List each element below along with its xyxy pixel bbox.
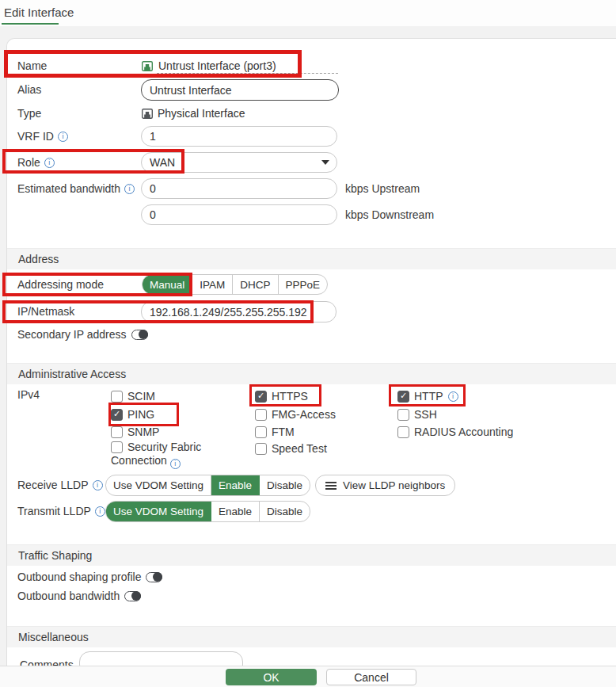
scim-label: SCIM (127, 390, 155, 403)
ip-netmask-input[interactable]: 192.168.1.249/255.255.255.192 (141, 301, 337, 323)
downstream-bandwidth-input[interactable]: 0 (141, 204, 337, 225)
checkbox-row-radius-accounting[interactable]: RADIUS Accounting (397, 426, 513, 438)
interface-icon-green (142, 60, 153, 74)
http-info-icon[interactable] (448, 391, 458, 402)
ok-button[interactable]: OK (226, 669, 317, 685)
comments-row-clipped: Comments (7, 651, 616, 666)
outbound-shaping-profile-toggle[interactable] (146, 572, 162, 582)
outbound-bandwidth-toggle[interactable] (124, 591, 141, 601)
ping-checkbox[interactable] (111, 409, 123, 421)
interface-icon-gray (142, 108, 153, 122)
ftm-checkbox[interactable] (255, 426, 267, 438)
cancel-button[interactable]: Cancel (326, 669, 416, 685)
transmit-lldp-vdom-button[interactable]: Use VDOM Setting (106, 502, 211, 521)
radius-accounting-checkbox[interactable] (397, 426, 409, 438)
addressing-mode-dhcp-button[interactable]: DHCP (233, 275, 278, 294)
security-fabric-info-icon[interactable] (170, 459, 181, 469)
vrf-id-input[interactable]: 1 (141, 126, 337, 147)
top-bar (0, 0, 616, 26)
transmit-lldp-disable-button[interactable]: Disable (260, 502, 310, 521)
checkbox-row-security-fabric[interactable]: Security Fabric Connection (111, 441, 219, 469)
secondary-ip-label: Secondary IP address (17, 328, 127, 341)
https-checkbox[interactable] (255, 391, 267, 403)
alias-input[interactable]: Untrust Interface (141, 79, 339, 101)
miscellaneous-header-text: Miscellaneous (18, 631, 89, 643)
outbound-bandwidth-row: Outbound bandwidth (17, 590, 141, 602)
addressing-mode-manual-button[interactable]: Manual (143, 275, 192, 294)
receive-lldp-info-icon[interactable] (93, 480, 103, 490)
addressing-mode-label: Addressing mode (17, 277, 104, 292)
receive-lldp-disable-button[interactable]: Disable (260, 475, 310, 495)
type-label: Type (17, 106, 41, 120)
ip-netmask-value: 192.168.1.249/255.255.255.192 (150, 306, 307, 319)
comments-input[interactable] (79, 651, 243, 666)
upstream-bandwidth-input[interactable]: 0 (141, 178, 337, 199)
radius-accounting-label: RADIUS Accounting (414, 426, 513, 438)
receive-lldp-vdom-button[interactable]: Use VDOM Setting (106, 475, 211, 495)
chevron-down-icon[interactable] (321, 160, 329, 165)
checkbox-row-http[interactable]: HTTP (397, 390, 458, 403)
role-info-icon[interactable] (44, 158, 55, 168)
transmit-lldp-info-icon[interactable] (95, 506, 105, 517)
vrf-id-label: VRF ID (17, 129, 68, 143)
transmit-lldp-label: Transmit LLDP (17, 504, 105, 518)
transmit-lldp-enable-button[interactable]: Enable (211, 502, 260, 521)
fmg-access-checkbox[interactable] (255, 409, 267, 421)
receive-lldp-enable-button[interactable]: Enable (211, 475, 260, 495)
admin-access-header-text: Administrative Access (18, 368, 126, 380)
role-label-text: Role (17, 155, 40, 170)
checkbox-row-snmp[interactable]: SNMP (111, 426, 159, 438)
checkbox-row-ssh[interactable]: SSH (397, 408, 437, 421)
name-label: Name (17, 59, 47, 73)
list-icon (325, 482, 337, 483)
receive-lldp-label-text: Receive LLDP (17, 478, 89, 492)
transmit-lldp-segmented-control: Use VDOM Setting Enable Disable (105, 501, 310, 522)
transmit-lldp-label-text: Transmit LLDP (17, 504, 91, 518)
security-fabric-checkbox[interactable] (111, 441, 123, 453)
ftm-label: FTM (272, 426, 295, 438)
type-value: Physical Interface (158, 107, 245, 120)
miscellaneous-section-header: Miscellaneous (7, 626, 616, 647)
scim-checkbox[interactable] (111, 391, 123, 403)
receive-lldp-segmented-control: Use VDOM Setting Enable Disable (105, 475, 310, 496)
outbound-shaping-profile-row: Outbound shaping profile (17, 571, 162, 583)
downstream-bandwidth-value: 0 (150, 208, 156, 221)
ip-netmask-label: IP/Netmask (17, 304, 74, 319)
checkbox-row-ping[interactable]: PING (111, 408, 154, 421)
view-lldp-neighbors-button[interactable]: View LLDP neighbors (315, 475, 455, 496)
vrf-id-label-text: VRF ID (17, 129, 54, 143)
speed-test-checkbox[interactable] (255, 443, 267, 455)
checkbox-row-https[interactable]: HTTPS (255, 390, 308, 403)
estimated-bandwidth-label: Estimated bandwidth (17, 181, 135, 196)
http-checkbox[interactable] (397, 391, 409, 403)
ping-label: PING (127, 408, 154, 421)
checkbox-row-speed-test[interactable]: Speed Test (255, 442, 327, 455)
view-lldp-neighbors-label: View LLDP neighbors (343, 479, 445, 491)
upstream-bandwidth-value: 0 (150, 182, 156, 195)
downstream-unit-label: kbps Downstream (345, 208, 434, 221)
checkbox-row-scim[interactable]: SCIM (111, 390, 155, 403)
addressing-mode-ipam-button[interactable]: IPAM (192, 275, 233, 294)
outbound-bandwidth-label: Outbound bandwidth (17, 590, 120, 602)
checkbox-row-fmg-access[interactable]: FMG-Access (255, 408, 336, 421)
receive-lldp-label: Receive LLDP (17, 478, 103, 492)
fmg-access-label: FMG-Access (272, 408, 336, 421)
snmp-checkbox[interactable] (111, 426, 123, 438)
outbound-shaping-profile-label: Outbound shaping profile (17, 571, 141, 583)
bandwidth-info-icon[interactable] (124, 184, 135, 194)
checkbox-row-ftm[interactable]: FTM (255, 426, 295, 438)
upstream-unit-label: kbps Upstream (345, 182, 420, 195)
role-dropdown[interactable]: WAN (141, 152, 337, 173)
secondary-ip-toggle[interactable] (131, 330, 148, 340)
footer-bar: OK Cancel (0, 666, 616, 687)
ssh-checkbox[interactable] (397, 409, 409, 421)
speed-test-label: Speed Test (272, 442, 327, 455)
http-label: HTTP (414, 390, 443, 403)
address-section-header: Address (7, 248, 616, 269)
addressing-mode-segmented-control: Manual IPAM DHCP PPPoE (142, 274, 328, 295)
admin-access-section-header: Administrative Access (7, 363, 616, 384)
estimated-bandwidth-label-text: Estimated bandwidth (17, 181, 120, 196)
addressing-mode-pppoe-button[interactable]: PPPoE (279, 275, 328, 294)
vrf-info-icon[interactable] (58, 132, 68, 142)
title-active-underline (2, 23, 59, 25)
